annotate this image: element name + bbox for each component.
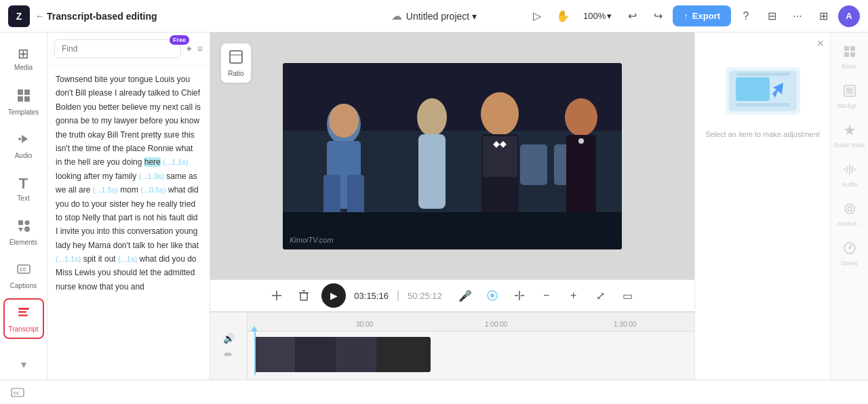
background-icon <box>843 84 856 101</box>
split-button[interactable] <box>510 286 529 305</box>
sidebar-item-text[interactable]: T Text <box>3 168 44 209</box>
more-button[interactable]: ··· <box>787 5 808 27</box>
help-button[interactable]: ? <box>735 5 757 27</box>
rp-smart-label: Smart tools <box>834 142 865 148</box>
svg-rect-13 <box>230 51 242 63</box>
svg-rect-29 <box>483 136 517 177</box>
animate-icon <box>843 202 856 219</box>
ratio-button[interactable]: Ratio <box>221 43 251 83</box>
fullscreen-button[interactable]: ⤢ <box>591 286 610 305</box>
main-layout: ⊞ Media Templates Audio <box>0 33 868 380</box>
svg-rect-17 <box>520 144 547 185</box>
video-clip[interactable] <box>254 337 431 372</box>
project-name-button[interactable]: Untitled project ▾ <box>406 11 477 22</box>
smart-icon <box>843 123 856 140</box>
back-icon: ← <box>35 11 44 21</box>
avatar[interactable]: A <box>838 5 860 27</box>
undo-button[interactable]: ↩ <box>621 5 643 27</box>
export-button[interactable]: ↑ Export <box>673 5 731 26</box>
cloud-icon: ☁ <box>391 9 402 22</box>
sidebar-item-label: Text <box>17 195 29 202</box>
rp-background-label: Backgr... <box>837 102 861 109</box>
sidebar-item-label: Elements <box>9 239 38 246</box>
canvas-area: Ratio <box>210 33 694 279</box>
svg-point-25 <box>417 98 447 136</box>
magic-icon[interactable]: ✦ <box>185 43 193 54</box>
captions-toggle-button[interactable] <box>483 286 502 305</box>
svg-point-6 <box>24 220 29 225</box>
play-button[interactable]: ▶ <box>321 283 346 308</box>
svg-rect-1 <box>24 89 30 95</box>
transcript-timestamp: (...1.1s) <box>56 255 81 263</box>
edit-icon[interactable]: ✏ <box>224 349 233 360</box>
speed-icon <box>843 241 856 258</box>
sidebar-item-label: Captions <box>10 282 37 289</box>
present-button[interactable]: ▭ <box>618 286 637 305</box>
transcript-text: Townsend bite your tongue Louis you don'… <box>47 66 210 380</box>
svg-rect-3 <box>24 96 30 102</box>
rp-audio-label: Audio <box>842 181 857 188</box>
transcript-timestamp: (...1.5s) <box>93 186 118 194</box>
sidebar-more-button[interactable]: ▾ <box>3 354 44 374</box>
sidebar-item-elements[interactable]: Elements <box>3 211 44 252</box>
svg-rect-26 <box>418 134 446 209</box>
rp-smart-button[interactable]: Smart tools <box>833 117 866 155</box>
svg-rect-56 <box>850 52 855 57</box>
captions-bar-button[interactable]: CC <box>11 388 24 397</box>
cut-button[interactable] <box>267 286 286 305</box>
rp-basic-button[interactable]: Basic <box>833 38 866 76</box>
redo-button[interactable]: ↪ <box>647 5 669 27</box>
svg-rect-11 <box>18 311 26 313</box>
hand-tool-button[interactable]: ✋ <box>552 5 574 27</box>
sidebar-item-label: Audio <box>15 152 33 159</box>
rp-audio-button[interactable]: Audio <box>833 156 866 194</box>
playhead <box>254 331 256 375</box>
transcript-timestamp: (...1s) <box>118 255 137 263</box>
sidebar-item-audio[interactable]: Audio <box>3 125 44 165</box>
timeline-video-track <box>248 334 694 375</box>
rp-speed-label: Speed <box>840 260 858 266</box>
pointer-tool-button[interactable]: ▷ <box>526 5 548 27</box>
zoom-in-button[interactable]: + <box>564 286 583 305</box>
svg-rect-52 <box>736 73 790 76</box>
sidebar-item-label: Templates <box>8 108 39 116</box>
tick-1hr: 1:00:00 <box>485 321 507 328</box>
rp-animate-label: Animat... <box>837 220 862 227</box>
rp-background-button[interactable]: Backgr... <box>833 77 866 115</box>
zoom-chevron-icon: ▾ <box>607 11 612 21</box>
sidebar-item-templates[interactable]: Templates <box>3 81 44 122</box>
search-input[interactable] <box>54 39 181 58</box>
volume-icon[interactable]: 🔊 <box>223 333 235 344</box>
svg-point-62 <box>848 247 850 249</box>
sidebar-item-media[interactable]: ⊞ Media <box>3 38 44 79</box>
play-icon: ▶ <box>330 290 338 301</box>
layout-button[interactable]: ⊟ <box>761 5 783 27</box>
page-title: Transcript-based editing <box>47 11 157 22</box>
close-button[interactable]: ✕ <box>816 38 825 49</box>
transcript-timestamp: (...1.1s) <box>163 158 188 166</box>
menu-icon[interactable]: ≡ <box>197 43 203 54</box>
templates-icon <box>16 88 31 106</box>
delete-button[interactable] <box>294 286 313 305</box>
mic-button[interactable]: 🎤 <box>456 286 475 305</box>
zoom-out-button[interactable]: − <box>537 286 556 305</box>
sidebar-item-captions[interactable]: CC Captions <box>3 255 44 296</box>
right-panel-main: ✕ Select an item to make adjustment <box>694 33 830 380</box>
zoom-control[interactable]: 100% ▾ <box>578 8 617 24</box>
rp-animate-button[interactable]: Animat... <box>833 195 866 233</box>
transcript-timestamp: (...0.5s) <box>140 186 165 194</box>
sidebar-item-transcript[interactable]: Transcript <box>3 298 44 339</box>
svg-point-4 <box>18 138 21 140</box>
media-icon: ⊞ <box>18 45 29 62</box>
right-side: ✕ Select an item to make adjustment <box>694 33 868 380</box>
timeline-area: 🔊 ✏ 30:00 1:00:00 1:30:00 <box>210 312 694 380</box>
svg-rect-33 <box>566 135 596 216</box>
panel-toggle-button[interactable]: ⊞ <box>812 5 834 27</box>
svg-point-27 <box>481 92 519 136</box>
transcript-icon <box>16 305 31 323</box>
rp-speed-button[interactable]: Speed <box>833 235 866 272</box>
tick-30min: 30:00 <box>356 321 373 328</box>
panel-illustration <box>722 64 804 121</box>
timeline-side-controls: 🔊 ✏ <box>210 312 248 380</box>
back-button[interactable]: ← Transcript-based editing <box>35 11 157 22</box>
